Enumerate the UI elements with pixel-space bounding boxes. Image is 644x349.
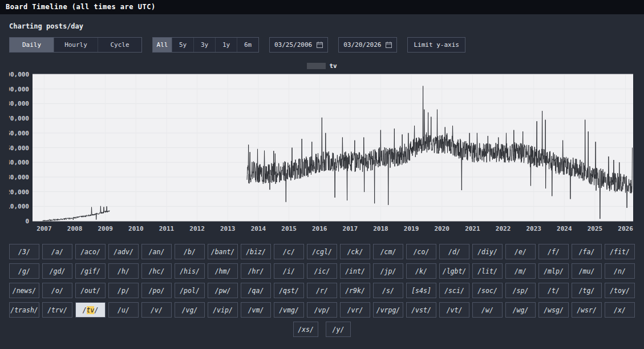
board-button-his[interactable]: /his/: [175, 263, 205, 279]
board-button-an[interactable]: /an/: [141, 244, 172, 259]
board-button-w[interactable]: /w/: [472, 302, 503, 318]
board-button-biz[interactable]: /biz/: [241, 244, 271, 259]
board-button-vp[interactable]: /vp/: [307, 302, 337, 318]
range-5y-button[interactable]: 5y: [172, 38, 193, 52]
mode-cycle-button[interactable]: Cycle: [98, 38, 141, 52]
timeline-chart[interactable]: 010,00020,00030,00040,00050,00060,00070,…: [9, 71, 635, 235]
range-toggle-group: All5y3y1y6m: [152, 37, 259, 53]
board-button-hc[interactable]: /hc/: [141, 263, 172, 279]
board-button-v[interactable]: /v/: [141, 302, 172, 318]
board-button-o[interactable]: /o/: [42, 283, 72, 298]
board-button-vt[interactable]: /vt/: [439, 302, 469, 318]
board-button-c[interactable]: /c/: [274, 244, 304, 259]
range-all-button[interactable]: All: [153, 38, 172, 52]
board-button-mlp[interactable]: /mlp/: [538, 263, 569, 279]
board-button-g[interactable]: /g/: [9, 263, 39, 279]
board-button-e[interactable]: /e/: [505, 244, 536, 259]
board-button-s[interactable]: /s/: [373, 283, 403, 298]
board-button-r9k[interactable]: /r9k/: [340, 283, 370, 298]
board-button-bant[interactable]: /bant/: [208, 244, 238, 259]
board-button-news[interactable]: /news/: [9, 283, 39, 298]
board-button-fit[interactable]: /fit/: [605, 244, 635, 259]
board-button-lgbt[interactable]: /lgbt/: [439, 263, 469, 279]
board-button-cgl[interactable]: /cgl/: [307, 244, 337, 259]
board-button-po[interactable]: /po/: [141, 283, 172, 298]
board-button-vip[interactable]: /vip/: [208, 302, 238, 318]
board-button-gif[interactable]: /gif/: [75, 263, 106, 279]
board-button-lit[interactable]: /lit/: [472, 263, 503, 279]
board-button-t[interactable]: /t/: [538, 283, 569, 298]
board-button-b[interactable]: /b/: [175, 244, 205, 259]
board-button-f[interactable]: /f/: [538, 244, 569, 259]
board-button-soc[interactable]: /soc/: [472, 283, 503, 298]
board-button-vg[interactable]: /vg/: [175, 302, 205, 318]
start-date-input[interactable]: 03/25/2006: [269, 37, 328, 53]
board-button-qa[interactable]: /qa/: [241, 283, 271, 298]
board-button-pw[interactable]: /pw/: [208, 283, 238, 298]
board-button-out[interactable]: /out/: [75, 283, 106, 298]
board-button-trv[interactable]: /trv/: [42, 302, 72, 318]
board-button-vst[interactable]: /vst/: [406, 302, 436, 318]
range-1y-button[interactable]: 1y: [215, 38, 237, 52]
board-button-aco[interactable]: /aco/: [75, 244, 106, 259]
mode-hourly-button[interactable]: Hourly: [54, 38, 98, 52]
mode-daily-button[interactable]: Daily: [10, 38, 54, 52]
board-button-jp[interactable]: /jp/: [373, 263, 403, 279]
board-button-ic[interactable]: /ic/: [307, 263, 337, 279]
board-button-r[interactable]: /r/: [307, 283, 337, 298]
board-button-gd[interactable]: /gd/: [42, 263, 72, 279]
board-button-xs[interactable]: /xs/: [293, 322, 318, 337]
board-button-vrpg[interactable]: /vrpg/: [373, 302, 403, 318]
board-button-cm[interactable]: /cm/: [373, 244, 403, 259]
board-button-pol[interactable]: /pol/: [175, 283, 205, 298]
board-button-tv[interactable]: /tv/: [75, 302, 106, 318]
board-button-p[interactable]: /p/: [108, 283, 139, 298]
board-button-d[interactable]: /d/: [439, 244, 469, 259]
board-button-a[interactable]: /a/: [42, 244, 72, 259]
limit-y-axis-button[interactable]: Limit y-axis: [407, 37, 465, 53]
board-button-mu[interactable]: /mu/: [572, 263, 602, 279]
svg-text:50,000: 50,000: [9, 145, 29, 152]
board-row: /3//a//aco//adv//an//b//bant//biz//c//cg…: [9, 244, 635, 259]
board-button-wsg[interactable]: /wsg/: [538, 302, 569, 318]
board-button-h[interactable]: /h/: [108, 263, 139, 279]
board-button-x[interactable]: /x/: [605, 302, 635, 318]
board-button-trash[interactable]: /trash/: [9, 302, 39, 318]
board-button-sp[interactable]: /sp/: [505, 283, 536, 298]
board-button-diy[interactable]: /diy/: [472, 244, 503, 259]
board-button-fa[interactable]: /fa/: [572, 244, 602, 259]
board-button-u[interactable]: /u/: [108, 302, 139, 318]
svg-text:2016: 2016: [312, 225, 327, 232]
end-date-input[interactable]: 03/20/2026: [338, 37, 397, 53]
board-button-vmg[interactable]: /vmg/: [274, 302, 304, 318]
board-button-vr[interactable]: /vr/: [340, 302, 370, 318]
chart-legend-item[interactable]: tv: [9, 62, 635, 69]
board-button-sci[interactable]: /sci/: [439, 283, 469, 298]
board-row: /xs//y/: [9, 322, 635, 337]
board-button-s4s[interactable]: [s4s]: [406, 283, 436, 298]
svg-text:2009: 2009: [98, 225, 113, 232]
board-button-3[interactable]: /3/: [9, 244, 39, 259]
board-button-i[interactable]: /i/: [274, 263, 304, 279]
board-button-m[interactable]: /m/: [505, 263, 536, 279]
board-button-n[interactable]: /n/: [605, 263, 635, 279]
range-3y-button[interactable]: 3y: [193, 38, 215, 52]
board-button-hm[interactable]: /hm/: [208, 263, 238, 279]
svg-text:90,000: 90,000: [9, 86, 29, 93]
board-button-k[interactable]: /k/: [406, 263, 436, 279]
svg-text:2019: 2019: [404, 225, 419, 232]
range-6m-button[interactable]: 6m: [237, 38, 258, 52]
board-button-co[interactable]: /co/: [406, 244, 436, 259]
board-button-wsr[interactable]: /wsr/: [572, 302, 602, 318]
board-button-toy[interactable]: /toy/: [605, 283, 635, 298]
board-button-ck[interactable]: /ck/: [340, 244, 370, 259]
board-button-vm[interactable]: /vm/: [241, 302, 271, 318]
board-button-qst[interactable]: /qst/: [274, 283, 304, 298]
legend-label: tv: [329, 62, 337, 70]
board-button-wg[interactable]: /wg/: [505, 302, 536, 318]
board-button-int[interactable]: /int/: [340, 263, 370, 279]
board-button-y[interactable]: /y/: [326, 322, 351, 337]
board-button-adv[interactable]: /adv/: [108, 244, 139, 259]
board-button-tg[interactable]: /tg/: [572, 283, 602, 298]
board-button-hr[interactable]: /hr/: [241, 263, 271, 279]
